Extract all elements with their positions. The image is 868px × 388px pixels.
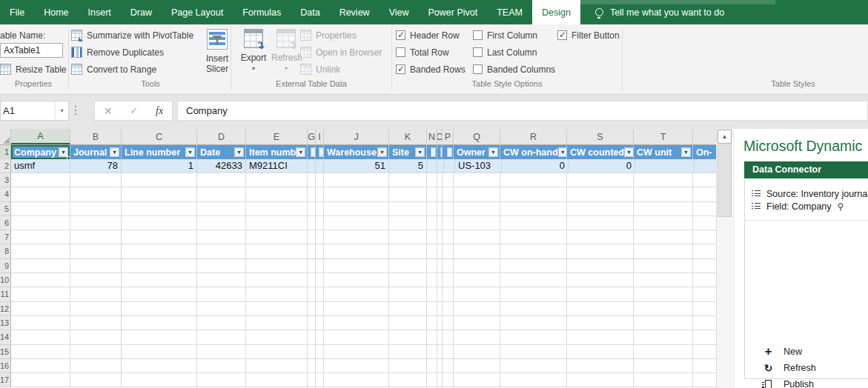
cell-P5[interactable] <box>443 202 454 216</box>
cell-Q8[interactable] <box>454 244 500 258</box>
cell-C16[interactable] <box>122 359 197 373</box>
tab-insert[interactable]: Insert <box>79 0 121 24</box>
cell-E10[interactable] <box>246 273 308 287</box>
checkbox-last-column[interactable]: Last Column <box>473 44 537 60</box>
tell-me-box[interactable]: Tell me what you want to do <box>585 0 735 24</box>
tab-data[interactable]: Data <box>291 0 329 24</box>
scrollbar-thumb[interactable] <box>718 144 732 217</box>
cell-J10[interactable] <box>324 273 389 287</box>
row-number-15[interactable]: 15 <box>0 345 11 359</box>
filter-dropdown-icon[interactable]: ▼ <box>185 147 195 157</box>
cell-B3[interactable] <box>70 173 122 187</box>
cell-B6[interactable] <box>70 216 122 230</box>
cell-N11[interactable] <box>427 287 437 301</box>
cell-B15[interactable] <box>70 345 122 359</box>
panel-action-refresh[interactable]: ↻Refresh <box>745 360 868 376</box>
table-header-narrow[interactable] <box>427 145 437 159</box>
cell-J17[interactable] <box>324 373 389 387</box>
cell-J8[interactable] <box>324 244 389 258</box>
cell-K5[interactable] <box>389 202 427 216</box>
cell-K12[interactable] <box>389 302 427 316</box>
tab-view[interactable]: View <box>380 0 419 24</box>
cell-A15[interactable] <box>11 345 70 359</box>
cell-R6[interactable] <box>500 216 567 230</box>
cell-I13[interactable] <box>316 316 324 330</box>
cell-A17[interactable] <box>11 373 70 387</box>
cell-O7[interactable] <box>437 230 443 244</box>
cell-J14[interactable] <box>324 330 389 344</box>
cell-I4[interactable] <box>316 187 324 201</box>
tab-team[interactable]: TEAM <box>487 0 532 24</box>
column-letter-G[interactable]: G <box>308 129 316 144</box>
cell-P7[interactable] <box>443 230 454 244</box>
table-header-narrow[interactable] <box>437 145 443 159</box>
cell-E16[interactable] <box>246 359 308 373</box>
cell-G12[interactable] <box>308 302 316 316</box>
filter-dropdown-icon[interactable]: ▼ <box>488 147 498 157</box>
cell-J11[interactable] <box>324 287 389 301</box>
cell-G7[interactable] <box>308 230 316 244</box>
cell-J15[interactable] <box>324 345 389 359</box>
cell-T15[interactable] <box>634 345 693 359</box>
filter-dropdown-icon[interactable]: ▼ <box>681 147 691 157</box>
cell-B16[interactable] <box>70 359 122 373</box>
cell-Q4[interactable] <box>454 187 500 201</box>
cell-R10[interactable] <box>500 273 567 287</box>
cell-N17[interactable] <box>427 373 437 387</box>
cell-B13[interactable] <box>70 316 122 330</box>
cell-P6[interactable] <box>443 216 454 230</box>
name-box[interactable]: A1 ▾ <box>0 101 69 121</box>
cell-K16[interactable] <box>389 359 427 373</box>
cell-Q15[interactable] <box>454 345 500 359</box>
row-number-13[interactable]: 13 <box>0 316 11 330</box>
cell-B17[interactable] <box>70 373 122 387</box>
cell-N12[interactable] <box>427 302 437 316</box>
cell-T10[interactable] <box>634 273 693 287</box>
column-letter-O[interactable]: O <box>437 129 443 144</box>
cell-E5[interactable] <box>246 202 308 216</box>
cell-O13[interactable] <box>437 316 443 330</box>
cell-E6[interactable] <box>246 216 308 230</box>
cell-N6[interactable] <box>427 216 437 230</box>
tab-draw[interactable]: Draw <box>121 0 162 24</box>
cell-G15[interactable] <box>308 345 316 359</box>
column-letter-B[interactable]: B <box>70 129 122 144</box>
cell-I14[interactable] <box>316 330 324 344</box>
cell-D11[interactable] <box>197 287 246 301</box>
table-header-cw-unit[interactable]: CW unit▼ <box>634 145 693 159</box>
cell-O3[interactable] <box>437 173 443 187</box>
cell-B4[interactable] <box>70 187 122 201</box>
cell-K4[interactable] <box>389 187 427 201</box>
tab-file[interactable]: File <box>0 0 34 24</box>
cell-Q16[interactable] <box>454 359 500 373</box>
cell-E4[interactable] <box>246 187 308 201</box>
cell-Q6[interactable] <box>454 216 500 230</box>
cancel-icon[interactable]: ✕ <box>104 105 113 117</box>
cell-Q10[interactable] <box>454 273 500 287</box>
cell-N5[interactable] <box>427 202 437 216</box>
cell-C3[interactable] <box>122 173 197 187</box>
cell-O6[interactable] <box>437 216 443 230</box>
cell-S4[interactable] <box>567 187 634 201</box>
table-header-warehouse[interactable]: Warehouse▼ <box>324 145 389 159</box>
cell-E15[interactable] <box>246 345 308 359</box>
cell-D12[interactable] <box>197 302 246 316</box>
cell-S7[interactable] <box>567 230 634 244</box>
cell-R2[interactable]: 0 <box>502 159 569 173</box>
cell-I11[interactable] <box>316 287 324 301</box>
column-letter-S[interactable]: S <box>567 129 634 144</box>
enter-icon[interactable]: ✓ <box>130 105 138 116</box>
cell-A4[interactable] <box>11 187 70 201</box>
cell-T3[interactable] <box>634 173 693 187</box>
cell-D15[interactable] <box>197 345 246 359</box>
tab-review[interactable]: Review <box>330 0 380 24</box>
cell-S15[interactable] <box>567 345 634 359</box>
insert-function-icon[interactable]: fx <box>156 105 163 117</box>
cell-A2[interactable]: usmf <box>11 159 70 173</box>
row-number-6[interactable]: 6 <box>0 216 11 230</box>
cell-S2[interactable]: 0 <box>569 159 635 173</box>
select-all-corner[interactable] <box>0 129 11 144</box>
column-letter-I[interactable]: I <box>316 129 324 144</box>
row-number-17[interactable]: 17 <box>0 373 11 387</box>
connector-item-field[interactable]: Field: Company⚲ <box>752 200 868 213</box>
